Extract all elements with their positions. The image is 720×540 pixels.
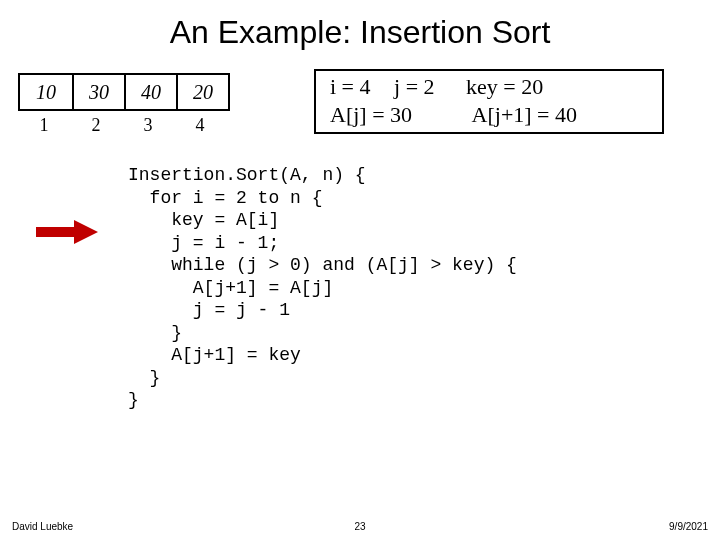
code-line: while (j > 0) and (A[j] > key) { xyxy=(128,255,517,275)
array-boxes: 10 30 40 20 xyxy=(18,73,230,111)
state-i: i = 4 xyxy=(330,73,371,101)
code-line: Insertion.Sort(A, n) { xyxy=(128,165,366,185)
index-cell: 4 xyxy=(174,115,226,136)
index-cell: 1 xyxy=(18,115,70,136)
index-row: 1 2 3 4 xyxy=(18,115,230,136)
state-line-2: A[j] = 30 A[j+1] = 40 xyxy=(330,101,648,129)
array-area: 10 30 40 20 1 2 3 4 xyxy=(18,73,230,136)
array-cell: 20 xyxy=(176,75,228,109)
state-box: i = 4 j = 2 key = 20 A[j] = 30 A[j+1] = … xyxy=(314,69,664,134)
index-cell: 3 xyxy=(122,115,174,136)
state-line-1: i = 4 j = 2 key = 20 xyxy=(330,73,648,101)
state-aj1: A[j+1] = 40 xyxy=(472,102,577,127)
code-line: for i = 2 to n { xyxy=(128,188,322,208)
upper-area: 10 30 40 20 1 2 3 4 i = 4 j = 2 key = 20… xyxy=(0,69,720,159)
state-key: key = 20 xyxy=(466,73,543,101)
array-cell: 30 xyxy=(72,75,124,109)
footer-author: David Luebke xyxy=(12,521,73,532)
svg-marker-0 xyxy=(36,220,98,244)
array-cell: 10 xyxy=(20,75,72,109)
code-block: Insertion.Sort(A, n) { for i = 2 to n { … xyxy=(128,164,517,412)
code-line: } xyxy=(128,368,160,388)
array-cell: 40 xyxy=(124,75,176,109)
state-aj: A[j] = 30 xyxy=(330,102,412,127)
slide-title: An Example: Insertion Sort xyxy=(0,14,720,51)
code-line: A[j+1] = key xyxy=(128,345,301,365)
code-line: key = A[i] xyxy=(128,210,279,230)
code-line: j = i - 1; xyxy=(128,233,279,253)
code-line: } xyxy=(128,390,139,410)
code-line: A[j+1] = A[j] xyxy=(128,278,333,298)
index-cell: 2 xyxy=(70,115,122,136)
footer-date: 9/9/2021 xyxy=(669,521,708,532)
pointer-arrow-icon xyxy=(36,220,98,248)
state-j: j = 2 xyxy=(394,73,435,101)
footer-slide-number: 23 xyxy=(354,521,365,532)
code-line: } xyxy=(128,323,182,343)
code-line: j = j - 1 xyxy=(128,300,290,320)
